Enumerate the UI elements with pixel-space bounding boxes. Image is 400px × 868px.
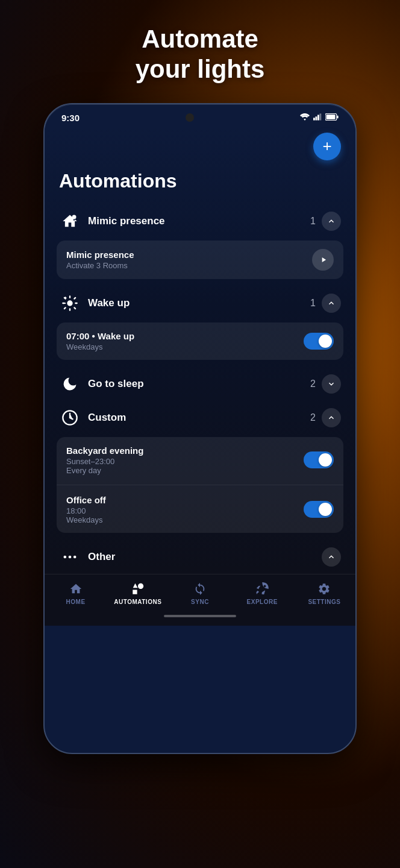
- sync-nav-icon: [193, 582, 207, 596]
- mimic-presence-play-button[interactable]: [312, 249, 334, 271]
- other-label: Other: [88, 551, 316, 563]
- home-nav-label: HOME: [66, 599, 86, 605]
- category-mimic-presence[interactable]: Mimic presence 1: [57, 204, 343, 238]
- wake-up-label: Wake up: [88, 297, 310, 309]
- mimic-presence-card-info: Mimic presence Activate 3 Rooms: [66, 250, 134, 270]
- nav-settings[interactable]: SETTINGS: [293, 582, 355, 605]
- svg-rect-3: [320, 113, 322, 120]
- backyard-evening-toggle[interactable]: [304, 451, 334, 468]
- sync-nav-label: SYNC: [191, 599, 209, 605]
- category-custom[interactable]: Custom 2: [57, 401, 343, 435]
- backyard-evening-toggle-slider: [304, 451, 334, 468]
- wake-up-toggle[interactable]: [304, 333, 334, 350]
- explore-nav-icon: [255, 582, 269, 596]
- wake-up-card-subtitle: Weekdays: [66, 342, 134, 351]
- custom-icon: [59, 407, 81, 429]
- backyard-evening-subtitle2: Every day: [66, 466, 143, 475]
- svg-rect-6: [327, 115, 336, 119]
- wifi-icon: [300, 113, 310, 122]
- wake-up-count: 1: [310, 298, 316, 309]
- mimic-presence-icon: [59, 210, 81, 232]
- category-wake-up[interactable]: Wake up 1: [57, 286, 343, 320]
- other-icon: [59, 546, 81, 568]
- category-go-to-sleep[interactable]: Go to sleep 2: [57, 367, 343, 401]
- settings-nav-label: SETTINGS: [308, 599, 340, 605]
- phone-content: + Automations Mimic presence 1 Mimic pre…: [45, 128, 355, 574]
- wake-up-chevron[interactable]: [322, 294, 341, 313]
- wake-up-icon: [59, 292, 81, 314]
- svg-point-12: [73, 555, 77, 558]
- office-off-item: Office off 18:00 Weekdays: [57, 486, 343, 533]
- mimic-presence-card: Mimic presence Activate 3 Rooms: [57, 241, 343, 279]
- custom-label: Custom: [88, 412, 310, 424]
- svg-point-8: [67, 300, 72, 306]
- signal-icon: [313, 113, 322, 122]
- office-off-info: Office off 18:00 Weekdays: [66, 495, 106, 524]
- go-to-sleep-chevron[interactable]: [322, 374, 341, 394]
- svg-rect-1: [316, 116, 317, 120]
- go-to-sleep-icon: [59, 373, 81, 395]
- wake-up-toggle-slider: [304, 333, 334, 350]
- backyard-evening-title: Backyard evening: [66, 445, 143, 456]
- nav-explore[interactable]: EXPLORE: [231, 582, 293, 605]
- office-off-toggle-slider: [304, 501, 334, 518]
- wake-up-card: 07:00 • Wake up Weekdays: [57, 322, 343, 360]
- battery-icon: [325, 113, 339, 122]
- mimic-presence-count: 1: [310, 216, 316, 227]
- status-icons: [300, 113, 339, 122]
- office-off-subtitle: 18:00: [66, 506, 106, 515]
- backyard-evening-info: Backyard evening Sunset–23:00 Every day: [66, 445, 143, 475]
- go-to-sleep-label: Go to sleep: [88, 378, 310, 390]
- mimic-presence-label: Mimic presence: [88, 215, 310, 227]
- svg-point-7: [72, 215, 77, 219]
- add-automation-button[interactable]: +: [313, 133, 341, 160]
- custom-items-card: Backyard evening Sunset–23:00 Every day …: [57, 437, 343, 533]
- camera-notch: [186, 113, 194, 122]
- nav-home[interactable]: HOME: [45, 582, 107, 605]
- bottom-nav: HOME AUTOMATIONS SYNC EXPLORE SETTINGS: [45, 574, 355, 610]
- page-title: Automations: [57, 168, 343, 204]
- home-bar: [164, 615, 236, 617]
- backyard-evening-subtitle: Sunset–23:00: [66, 457, 143, 466]
- custom-count: 2: [310, 412, 316, 423]
- go-to-sleep-count: 2: [310, 379, 316, 389]
- settings-nav-icon: [317, 582, 331, 596]
- fab-area: +: [57, 128, 343, 168]
- automations-nav-label: AUTOMATIONS: [114, 599, 161, 605]
- wake-up-card-title: 07:00 • Wake up: [66, 331, 134, 341]
- svg-rect-0: [313, 118, 315, 120]
- nav-automations[interactable]: AUTOMATIONS: [107, 582, 169, 605]
- svg-rect-5: [337, 116, 338, 119]
- home-indicator: [45, 610, 355, 626]
- phone-frame: 9:30 + Automations: [43, 103, 357, 754]
- mimic-presence-chevron[interactable]: [322, 212, 341, 231]
- other-chevron[interactable]: [322, 547, 341, 567]
- office-off-subtitle2: Weekdays: [66, 515, 106, 524]
- category-other[interactable]: Other: [57, 540, 343, 574]
- plus-icon: +: [322, 138, 331, 154]
- svg-point-11: [69, 555, 72, 558]
- status-bar: 9:30: [45, 104, 355, 128]
- explore-nav-label: EXPLORE: [247, 599, 278, 605]
- custom-chevron[interactable]: [322, 408, 341, 427]
- nav-sync[interactable]: SYNC: [169, 582, 231, 605]
- mimic-presence-card-title: Mimic presence: [66, 250, 134, 260]
- svg-rect-2: [317, 115, 319, 120]
- office-off-title: Office off: [66, 495, 106, 505]
- office-off-toggle[interactable]: [304, 501, 334, 518]
- mimic-presence-card-subtitle: Activate 3 Rooms: [66, 261, 134, 270]
- wake-up-card-info: 07:00 • Wake up Weekdays: [66, 331, 134, 351]
- status-time: 9:30: [61, 113, 80, 123]
- svg-point-10: [64, 555, 67, 558]
- home-nav-icon: [69, 582, 83, 596]
- automations-nav-icon: [131, 582, 145, 596]
- hero-title: Automate your lights: [99, 0, 301, 103]
- backyard-evening-item: Backyard evening Sunset–23:00 Every day: [57, 437, 343, 483]
